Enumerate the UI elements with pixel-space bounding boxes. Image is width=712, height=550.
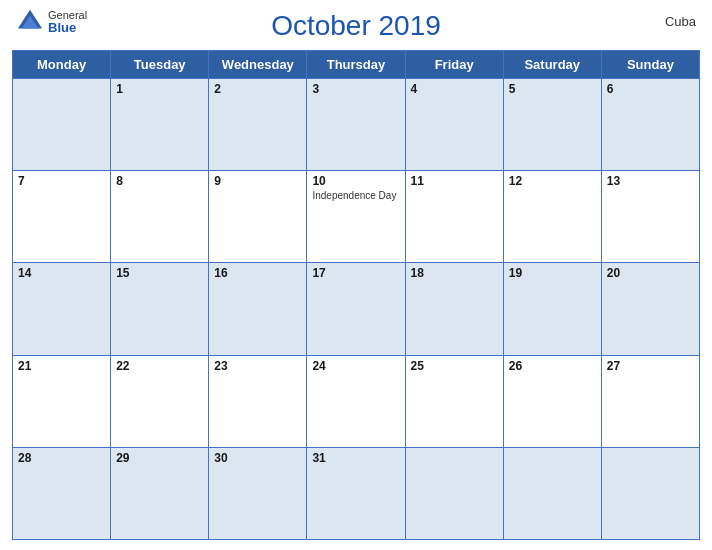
calendar-header: General Blue October 2019 Cuba <box>0 0 712 46</box>
day-header-friday: Friday <box>405 51 503 79</box>
calendar-table: MondayTuesdayWednesdayThursdayFridaySatu… <box>12 50 700 540</box>
day-number: 10 <box>312 174 399 188</box>
day-number: 16 <box>214 266 301 280</box>
calendar-cell: 26 <box>503 355 601 447</box>
calendar-cell: 9 <box>209 171 307 263</box>
calendar-cell: 11 <box>405 171 503 263</box>
holiday-label: Independence Day <box>312 190 399 202</box>
calendar-cell: 20 <box>601 263 699 355</box>
calendar-week-2: 78910Independence Day111213 <box>13 171 700 263</box>
day-header-monday: Monday <box>13 51 111 79</box>
day-number: 3 <box>312 82 399 96</box>
calendar-cell: 17 <box>307 263 405 355</box>
calendar-week-5: 28293031 <box>13 447 700 539</box>
calendar-cell <box>503 447 601 539</box>
day-number: 19 <box>509 266 596 280</box>
logo-text: General Blue <box>48 10 87 34</box>
day-number: 12 <box>509 174 596 188</box>
calendar-body: 12345678910Independence Day1112131415161… <box>13 79 700 540</box>
calendar-cell: 2 <box>209 79 307 171</box>
day-number: 8 <box>116 174 203 188</box>
calendar-cell: 5 <box>503 79 601 171</box>
calendar-container: MondayTuesdayWednesdayThursdayFridaySatu… <box>0 46 712 550</box>
logo-icon <box>16 8 44 36</box>
day-number: 2 <box>214 82 301 96</box>
day-number: 7 <box>18 174 105 188</box>
calendar-cell: 23 <box>209 355 307 447</box>
calendar-cell <box>405 447 503 539</box>
day-number: 30 <box>214 451 301 465</box>
day-number: 21 <box>18 359 105 373</box>
calendar-cell: 1 <box>111 79 209 171</box>
day-number: 18 <box>411 266 498 280</box>
logo: General Blue <box>16 8 87 36</box>
calendar-cell: 25 <box>405 355 503 447</box>
day-number: 26 <box>509 359 596 373</box>
day-number: 28 <box>18 451 105 465</box>
calendar-week-4: 21222324252627 <box>13 355 700 447</box>
calendar-cell: 10Independence Day <box>307 171 405 263</box>
calendar-header-row: MondayTuesdayWednesdayThursdayFridaySatu… <box>13 51 700 79</box>
calendar-cell: 21 <box>13 355 111 447</box>
calendar-cell: 29 <box>111 447 209 539</box>
day-number: 11 <box>411 174 498 188</box>
day-number: 5 <box>509 82 596 96</box>
day-number: 6 <box>607 82 694 96</box>
day-number: 24 <box>312 359 399 373</box>
day-number: 17 <box>312 266 399 280</box>
day-header-wednesday: Wednesday <box>209 51 307 79</box>
day-number: 23 <box>214 359 301 373</box>
month-title: October 2019 <box>271 10 441 42</box>
calendar-cell: 16 <box>209 263 307 355</box>
calendar-cell: 24 <box>307 355 405 447</box>
calendar-cell: 27 <box>601 355 699 447</box>
day-header-tuesday: Tuesday <box>111 51 209 79</box>
calendar-cell: 7 <box>13 171 111 263</box>
calendar-cell <box>601 447 699 539</box>
logo-blue-text: Blue <box>48 21 87 34</box>
calendar-cell: 6 <box>601 79 699 171</box>
calendar-cell: 3 <box>307 79 405 171</box>
calendar-cell: 22 <box>111 355 209 447</box>
day-number: 9 <box>214 174 301 188</box>
day-header-sunday: Sunday <box>601 51 699 79</box>
calendar-cell: 28 <box>13 447 111 539</box>
day-number: 13 <box>607 174 694 188</box>
calendar-cell: 31 <box>307 447 405 539</box>
calendar-week-1: 123456 <box>13 79 700 171</box>
calendar-cell: 18 <box>405 263 503 355</box>
day-number: 27 <box>607 359 694 373</box>
day-number: 15 <box>116 266 203 280</box>
calendar-cell: 4 <box>405 79 503 171</box>
calendar-cell <box>13 79 111 171</box>
calendar-cell: 13 <box>601 171 699 263</box>
day-number: 31 <box>312 451 399 465</box>
country-label: Cuba <box>665 14 696 29</box>
calendar-week-3: 14151617181920 <box>13 263 700 355</box>
day-number: 20 <box>607 266 694 280</box>
calendar-cell: 30 <box>209 447 307 539</box>
day-number: 29 <box>116 451 203 465</box>
day-header-saturday: Saturday <box>503 51 601 79</box>
day-number: 1 <box>116 82 203 96</box>
day-number: 22 <box>116 359 203 373</box>
calendar-cell: 8 <box>111 171 209 263</box>
day-number: 25 <box>411 359 498 373</box>
calendar-cell: 14 <box>13 263 111 355</box>
calendar-cell: 19 <box>503 263 601 355</box>
day-number: 14 <box>18 266 105 280</box>
calendar-cell: 12 <box>503 171 601 263</box>
day-header-thursday: Thursday <box>307 51 405 79</box>
day-number: 4 <box>411 82 498 96</box>
calendar-cell: 15 <box>111 263 209 355</box>
